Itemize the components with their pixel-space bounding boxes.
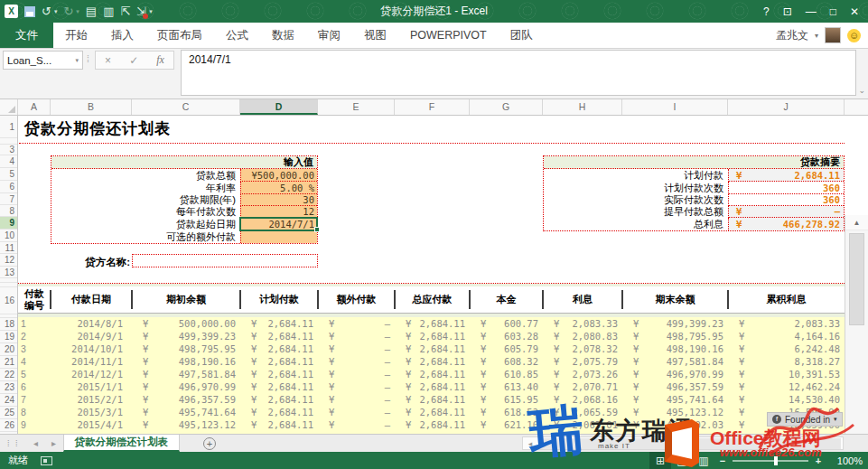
redo-button[interactable]: ↻ xyxy=(63,5,73,19)
cell[interactable]: ¥2,065.59 xyxy=(543,406,622,418)
cell[interactable]: ¥496,970.99 xyxy=(622,368,728,380)
table-header-cell[interactable]: 累积利息 xyxy=(728,286,845,313)
cell[interactable]: ¥618.52 xyxy=(470,406,543,418)
cell[interactable]: 9 xyxy=(18,418,51,431)
row-header-22[interactable]: 22 xyxy=(0,369,17,381)
row-header-13[interactable]: 13 xyxy=(0,267,17,278)
undo-button[interactable]: ↺ xyxy=(42,5,51,19)
zoom-in-button[interactable]: + xyxy=(810,455,826,466)
cell[interactable]: ¥2,684.11 xyxy=(395,368,470,380)
column-header-d[interactable]: D xyxy=(240,99,318,115)
table-header-cell[interactable]: 总应付款 xyxy=(395,286,470,313)
cell[interactable]: 2014/10/1 xyxy=(51,342,132,355)
select-all-corner[interactable] xyxy=(0,99,18,115)
workflow-icon[interactable]: ⇱ xyxy=(120,5,130,19)
formula-input[interactable]: 2014/7/1 xyxy=(181,50,856,96)
cell[interactable]: ¥2,063.01 xyxy=(543,418,622,431)
column-header-b[interactable]: B xyxy=(51,99,132,115)
cell[interactable]: ¥2,083.33 xyxy=(543,317,622,330)
row-header-5[interactable]: 5 xyxy=(0,168,17,181)
row-header-11[interactable]: 11 xyxy=(0,242,17,254)
table-tool-icon-2[interactable]: ▥ xyxy=(103,5,114,19)
cell[interactable]: ¥– xyxy=(318,406,395,418)
column-header-j[interactable]: J xyxy=(728,99,845,115)
cell[interactable]: ¥2,684.11 xyxy=(395,355,470,368)
table-header-cell[interactable]: 利息 xyxy=(543,286,622,313)
input-field-value[interactable]: 30 xyxy=(240,194,317,206)
zoom-slider[interactable] xyxy=(733,460,808,462)
page-layout-view-button[interactable]: ▤ xyxy=(671,452,693,469)
insert-function-button[interactable]: fx xyxy=(156,53,164,67)
name-box-dropdown-icon[interactable]: ▾ xyxy=(75,57,79,64)
cell[interactable]: ¥2,068.16 xyxy=(543,393,622,406)
cell[interactable]: ¥498,795.95 xyxy=(132,342,240,355)
table-header-cell[interactable]: 期初余额 xyxy=(132,286,240,313)
column-header-c[interactable]: C xyxy=(132,99,240,115)
row-header-19[interactable]: 19 xyxy=(0,331,17,343)
cell[interactable]: ¥2,684.11 xyxy=(395,330,470,342)
row-header-hidden[interactable] xyxy=(0,138,17,145)
user-dropdown-icon[interactable]: ▾ xyxy=(815,32,818,40)
cell[interactable]: ¥610.85 xyxy=(470,368,543,380)
cell[interactable]: ¥2,070.71 xyxy=(543,380,622,393)
cell[interactable]: ¥2,684.11 xyxy=(395,342,470,355)
cell[interactable]: 2014/8/1 xyxy=(51,317,132,330)
ribbon-tab-4[interactable]: 公式 xyxy=(214,23,260,48)
cell[interactable]: ¥495,741.64 xyxy=(622,393,728,406)
vertical-scrollbar[interactable]: ▲ xyxy=(845,215,868,434)
cell[interactable]: ¥498,190.16 xyxy=(622,342,728,355)
cell[interactable]: ¥498,190.16 xyxy=(132,355,240,368)
summary-value[interactable]: 360 xyxy=(728,182,844,194)
cell[interactable]: ¥497,581.84 xyxy=(622,355,728,368)
cell[interactable]: ¥– xyxy=(318,317,395,330)
cell[interactable]: ¥621.10 xyxy=(470,418,543,431)
cell[interactable]: 2015/1/1 xyxy=(51,380,132,393)
column-header-h[interactable]: H xyxy=(543,99,622,115)
column-header-i[interactable]: I xyxy=(622,99,728,115)
row-header-23[interactable]: 23 xyxy=(0,381,17,394)
redo-dropdown-icon[interactable]: ▾ xyxy=(76,8,79,15)
horizontal-scroll-thumb[interactable] xyxy=(539,438,841,449)
cell[interactable]: ¥2,080.83 xyxy=(543,330,622,342)
table-header-cell[interactable]: 付款日期 xyxy=(51,286,132,313)
cell[interactable]: ¥2,684.11 xyxy=(395,406,470,418)
ribbon-tab-2[interactable]: 插入 xyxy=(99,23,145,48)
table-header-cell[interactable]: 计划付款 xyxy=(240,286,318,313)
cell[interactable]: ¥499,399.23 xyxy=(622,317,728,330)
table-header-cell[interactable]: 期末余额 xyxy=(622,286,728,313)
cell[interactable]: 2 xyxy=(18,330,51,342)
cell[interactable]: 7 xyxy=(18,393,51,406)
row-header-26[interactable]: 26 xyxy=(0,419,17,432)
cell[interactable]: ¥496,357.59 xyxy=(132,393,240,406)
cell[interactable]: 2014/9/1 xyxy=(51,330,132,342)
row-header-25[interactable]: 25 xyxy=(0,407,17,419)
column-header-e[interactable]: E xyxy=(318,99,395,115)
cell[interactable]: ¥– xyxy=(318,418,395,431)
name-box-resize-grip[interactable]: ⁞ xyxy=(87,54,89,64)
name-box[interactable]: Loan_S... ▾ xyxy=(3,51,83,70)
column-header-g[interactable]: G xyxy=(470,99,543,115)
undo-dropdown-icon[interactable]: ▾ xyxy=(54,8,58,15)
cell[interactable]: ¥2,684.11 xyxy=(395,393,470,406)
cell[interactable]: ¥605.79 xyxy=(470,342,543,355)
cell[interactable]: ¥499,399.23 xyxy=(132,330,240,342)
cell[interactable]: ¥– xyxy=(318,393,395,406)
input-field-value[interactable]: 5.00 % xyxy=(240,182,317,194)
cell[interactable]: ¥2,684.11 xyxy=(240,330,318,342)
cell[interactable]: ¥12,462.24 xyxy=(728,380,845,393)
summary-value[interactable]: ¥466,278.92 xyxy=(728,218,844,230)
row-header-21[interactable]: 21 xyxy=(0,356,17,369)
ribbon-tab-3[interactable]: 页面布局 xyxy=(145,23,214,48)
cell[interactable]: ¥608.32 xyxy=(470,355,543,368)
column-header-a[interactable]: A xyxy=(18,99,51,115)
row-header-6[interactable]: 6 xyxy=(0,181,17,193)
add-sheet-button[interactable]: + xyxy=(203,437,216,450)
cell[interactable]: ¥2,684.11 xyxy=(240,393,318,406)
row-header-24[interactable]: 24 xyxy=(0,394,17,407)
input-field-value[interactable] xyxy=(240,230,317,243)
normal-view-button[interactable]: ⊞ xyxy=(649,452,671,469)
cell[interactable]: ¥– xyxy=(318,380,395,393)
row-header-16[interactable]: 16 xyxy=(0,287,17,314)
cell[interactable]: ¥16,595.99 xyxy=(728,406,845,418)
zoom-out-button[interactable]: − xyxy=(714,455,731,466)
